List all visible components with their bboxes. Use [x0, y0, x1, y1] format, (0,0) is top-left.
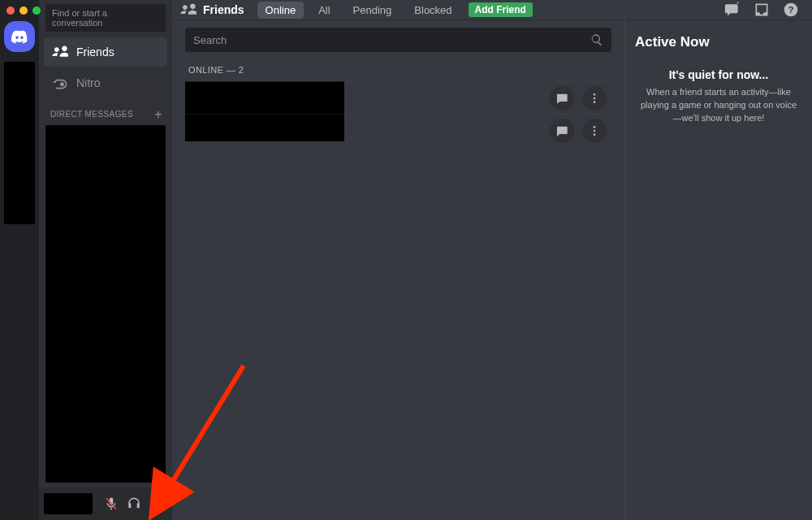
sidebar-item-nitro[interactable]: Nitro — [44, 68, 167, 98]
more-vertical-icon — [588, 92, 601, 105]
svg-point-5 — [594, 101, 596, 103]
server-list-redacted — [4, 62, 35, 224]
home-button[interactable] — [4, 21, 35, 52]
svg-text:?: ? — [788, 4, 793, 15]
sidebar-item-friends[interactable]: Friends — [44, 37, 167, 67]
svg-point-7 — [594, 129, 596, 132]
user-avatar-redacted[interactable] — [44, 493, 93, 514]
inbox-icon[interactable] — [754, 2, 770, 18]
active-now-empty-title: It's quiet for now... — [635, 68, 802, 81]
sidebar-friends-label: Friends — [76, 46, 114, 58]
deafen-icon[interactable] — [127, 496, 141, 511]
friends-icon — [180, 2, 197, 18]
new-group-dm-icon[interactable]: + — [724, 2, 741, 18]
window-traffic-lights — [0, 2, 41, 21]
svg-point-8 — [594, 133, 596, 136]
friend-row[interactable] — [185, 81, 611, 114]
active-now-empty-sub: When a friend starts an activity—like pl… — [635, 86, 802, 125]
tab-online[interactable]: Online — [257, 2, 304, 19]
message-button[interactable] — [550, 86, 574, 110]
svg-point-6 — [594, 126, 596, 128]
window-minimize[interactable] — [19, 6, 28, 15]
gear-icon[interactable] — [149, 496, 164, 511]
friends-search-input[interactable]: Search — [185, 28, 611, 52]
message-button[interactable] — [550, 119, 574, 143]
help-icon[interactable]: ? — [783, 2, 799, 18]
tab-blocked[interactable]: Blocked — [406, 2, 460, 19]
window-close[interactable] — [6, 6, 15, 15]
more-button[interactable] — [582, 86, 607, 110]
friends-icon — [52, 44, 68, 60]
header-title: Friends — [203, 3, 244, 16]
svg-point-4 — [594, 97, 596, 99]
search-placeholder: Search — [193, 34, 590, 46]
nitro-icon — [52, 75, 68, 91]
create-dm-button[interactable]: + — [154, 110, 162, 119]
tab-pending[interactable]: Pending — [345, 2, 400, 19]
svg-point-3 — [594, 93, 596, 96]
header-bar: Friends Online All Pending Blocked Add F… — [172, 0, 812, 20]
find-conversation-input[interactable]: Find or start a conversation — [45, 4, 166, 32]
more-vertical-icon — [588, 124, 601, 137]
more-button[interactable] — [582, 119, 607, 143]
dm-list-redacted — [45, 125, 166, 483]
add-friend-button[interactable]: Add Friend — [469, 2, 533, 17]
discord-logo-icon — [11, 28, 28, 46]
dm-header-label: DIRECT MESSAGES — [50, 110, 133, 119]
dm-header: DIRECT MESSAGES + — [39, 98, 172, 122]
friends-column: Search ONLINE — 2 — [172, 20, 625, 520]
server-rail — [0, 0, 39, 520]
online-section-label: ONLINE — 2 — [185, 63, 611, 81]
active-now-panel: Active Now It's quiet for now... When a … — [625, 20, 812, 520]
tab-all[interactable]: All — [310, 2, 338, 19]
message-icon — [555, 92, 568, 105]
message-icon — [555, 124, 568, 137]
mute-icon[interactable] — [104, 496, 119, 511]
dm-sidebar: Find or start a conversation Friends Nit… — [39, 0, 172, 520]
window-zoom[interactable] — [32, 6, 41, 15]
friend-row[interactable] — [185, 114, 611, 146]
user-panel — [39, 488, 172, 520]
sidebar-nitro-label: Nitro — [76, 76, 101, 89]
main-area: Friends Online All Pending Blocked Add F… — [172, 0, 812, 520]
svg-text:+: + — [736, 2, 740, 6]
active-now-title: Active Now — [635, 34, 802, 50]
search-icon — [590, 33, 603, 46]
